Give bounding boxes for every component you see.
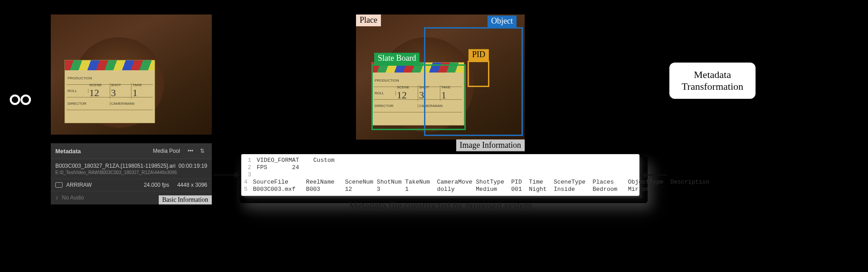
source-thumbnail: PRODUCTION ROLL SCENE12 SHOT3 TAKE1 DIRE… bbox=[51, 15, 212, 135]
media-pool-label[interactable]: Media Pool bbox=[153, 148, 180, 154]
metadata-panel: Metadata Media Pool ••• ⇅ B003C003_18032… bbox=[51, 143, 212, 204]
slate-board-label: Slate Board bbox=[374, 53, 419, 64]
arrow-transform-to-metafile bbox=[641, 175, 667, 175]
metadata-transformation-box: Metadata Transformation bbox=[669, 63, 756, 99]
clip-fps: 24.000 fps bbox=[144, 182, 169, 188]
slate-production-label: PRODUCTION bbox=[67, 76, 153, 80]
clip-filename: B003C003_180327_R1ZA.[1198051-1198525].a… bbox=[55, 163, 179, 169]
slate-board-bbox bbox=[371, 64, 466, 130]
annotated-thumbnail: PRODUCTION ROLL SCENE12 SHOT3 TAKE1 DIRE… bbox=[356, 15, 525, 140]
mf-line-4: SourceFile ReelName SceneNum ShotNum Tak… bbox=[253, 179, 709, 186]
audio-icon: ♪ bbox=[55, 194, 59, 201]
sort-icon[interactable]: ⇅ bbox=[197, 147, 207, 155]
image-information-tag: Image Information bbox=[456, 140, 525, 151]
pid-label: PID bbox=[468, 49, 489, 61]
clip-duration: 00:00:19:19 bbox=[179, 163, 207, 169]
basic-information-tag: Basic Information bbox=[159, 195, 212, 204]
slate-board-graphic: PRODUCTION ROLL SCENE12 SHOT3 TAKE1 DIRE… bbox=[64, 60, 155, 123]
mf-line-5: B003C003.mxf B003 12 3 1 dolly Medium 00… bbox=[253, 186, 649, 193]
video-icon bbox=[55, 182, 63, 188]
no-audio-label: No Audio bbox=[62, 194, 84, 201]
pid-bbox bbox=[468, 61, 489, 87]
place-label: Place bbox=[356, 15, 381, 26]
metadata-file-caption: Metadata file constructed by proposed sy… bbox=[241, 199, 639, 211]
infinity-icon bbox=[7, 91, 39, 109]
clip-codec: ARRIRAW bbox=[66, 182, 144, 188]
clip-resolution: 4448 x 3096 bbox=[177, 182, 207, 188]
mf-line-2: FPS 24 bbox=[257, 164, 299, 171]
svg-point-1 bbox=[21, 96, 30, 104]
mf-line-1: VIDEO_FORMAT Custom bbox=[257, 157, 335, 164]
metadata-file-block: 1VIDEO_FORMAT Custom 2FPS 24 3 4SourceFi… bbox=[241, 154, 639, 196]
more-icon[interactable]: ••• bbox=[185, 147, 195, 155]
metadata-panel-title: Metadata bbox=[55, 148, 153, 155]
clip-path: E:\0_TestVideo_RAW\B003C003_180327_R1ZA\… bbox=[51, 170, 212, 179]
arrow-basicinfo-to-metafile bbox=[213, 175, 239, 175]
svg-point-0 bbox=[11, 96, 20, 104]
object-label: Object bbox=[488, 15, 517, 27]
